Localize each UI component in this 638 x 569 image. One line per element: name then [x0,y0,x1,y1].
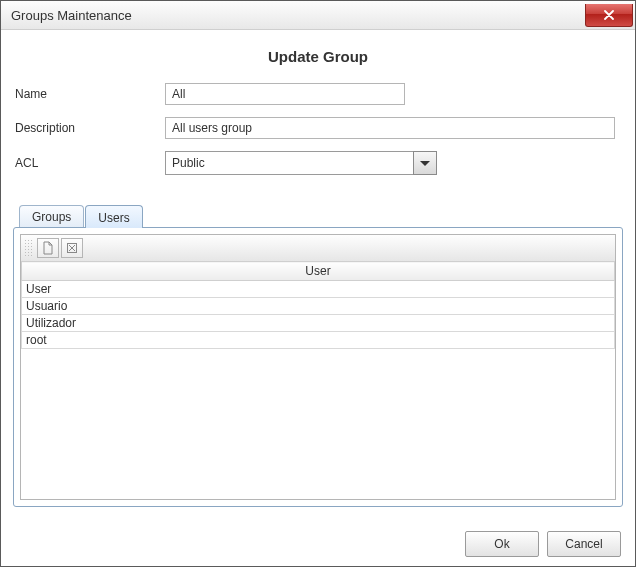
table-row[interactable]: Utilizador [22,315,615,332]
tab-container: Groups Users [13,203,623,507]
table-row[interactable]: User [22,281,615,298]
tab-users[interactable]: Users [85,205,142,228]
users-table-wrap[interactable]: User User Usuario Utilizador root [21,261,615,499]
cell-user: Usuario [22,298,615,315]
close-button[interactable] [585,4,633,27]
dialog-button-row: Ok Cancel [465,531,621,557]
users-panel: User User Usuario Utilizador root [20,234,616,500]
titlebar: Groups Maintenance [1,1,635,30]
label-name: Name [13,87,165,101]
users-table: User User Usuario Utilizador root [21,261,615,349]
tab-panel-users: User User Usuario Utilizador root [13,227,623,507]
close-icon [603,10,615,20]
label-description: Description [13,121,165,135]
acl-selected-value: Public [165,151,413,175]
cancel-button[interactable]: Cancel [547,531,621,557]
dialog-content: Update Group Name Description ACL Public… [1,30,635,567]
row-name: Name [13,83,623,105]
tab-strip: Groups Users [19,203,623,227]
chevron-down-icon [420,161,430,166]
delete-icon [66,242,78,254]
users-toolbar [21,235,615,262]
page-title: Update Group [13,48,623,65]
acl-dropdown-button[interactable] [413,151,437,175]
cell-user: Utilizador [22,315,615,332]
table-row[interactable]: Usuario [22,298,615,315]
delete-button[interactable] [61,238,83,258]
dialog-window: Groups Maintenance Update Group Name Des… [0,0,636,567]
description-field[interactable] [165,117,615,139]
name-field[interactable] [165,83,405,105]
ok-button[interactable]: Ok [465,531,539,557]
table-row[interactable]: root [22,332,615,349]
label-acl: ACL [13,156,165,170]
new-button[interactable] [37,238,59,258]
column-header-user[interactable]: User [22,262,615,281]
acl-select[interactable]: Public [165,151,437,175]
window-title: Groups Maintenance [11,8,132,23]
document-icon [42,241,54,255]
cell-user: root [22,332,615,349]
row-acl: ACL Public [13,151,623,175]
row-description: Description [13,117,623,139]
toolbar-grip [24,239,33,257]
tab-groups[interactable]: Groups [19,205,84,227]
cell-user: User [22,281,615,298]
